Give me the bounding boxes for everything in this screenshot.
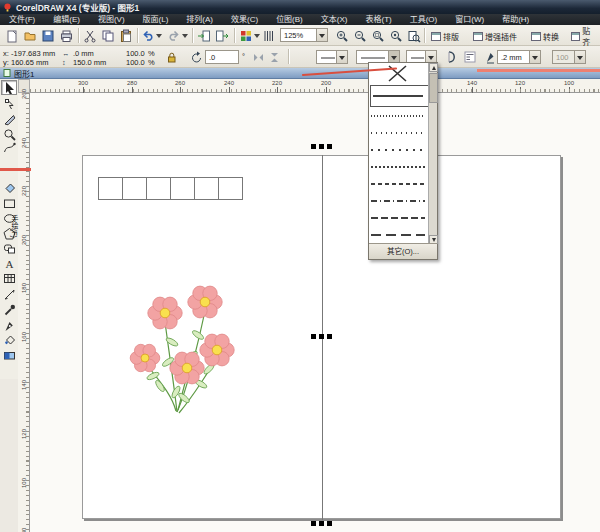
menu-item[interactable]: 位图(B) (267, 14, 312, 25)
selection-handle[interactable] (319, 144, 324, 149)
line-style-option[interactable] (369, 141, 428, 158)
postal-code-box[interactable] (170, 177, 195, 200)
dimension-tool[interactable] (1, 287, 17, 302)
line-style-option[interactable] (369, 209, 428, 226)
x-position-value[interactable]: -197.683 mm (11, 49, 55, 58)
nudge-offset-combo[interactable]: 100 (552, 50, 586, 64)
scale-x-value[interactable]: 100.0 (126, 49, 145, 58)
dropdown-scrollbar[interactable] (428, 63, 437, 244)
flower-artwork[interactable] (116, 280, 244, 420)
nudge-offset-spinner[interactable] (574, 51, 585, 63)
selection-handle[interactable] (327, 334, 332, 339)
welcome-screen-button[interactable] (261, 28, 277, 44)
smart-fill-tool[interactable] (1, 180, 17, 195)
rectangle-tool[interactable] (1, 196, 17, 211)
layout-plugin-button[interactable]: 排版 (428, 28, 462, 44)
start-arrowhead-dropdown[interactable] (336, 51, 347, 63)
application-launcher-button[interactable] (238, 28, 254, 44)
close-curve-icon[interactable] (445, 50, 459, 64)
line-style-option[interactable] (369, 192, 428, 209)
menu-item[interactable]: 编辑(E) (44, 14, 89, 25)
zoom-in-tool-button[interactable] (334, 28, 350, 44)
line-style-solid-option[interactable] (370, 85, 429, 107)
undo-dropdown-caret[interactable] (156, 34, 162, 38)
mirror-vertical-icon[interactable] (268, 51, 281, 64)
copy-button[interactable] (100, 28, 116, 44)
lock-ratio-icon[interactable] (165, 51, 178, 64)
wrap-text-icon[interactable] (463, 50, 477, 64)
menu-item[interactable]: 版面(L) (134, 14, 178, 25)
interactive-fill-tool[interactable] (1, 348, 17, 363)
selection-handle[interactable] (311, 144, 316, 149)
menu-item[interactable]: 表格(T) (356, 14, 400, 25)
new-document-button[interactable] (4, 28, 20, 44)
postal-code-box[interactable] (146, 177, 171, 200)
export-button[interactable] (214, 28, 230, 44)
selection-handle[interactable] (311, 521, 316, 526)
selection-handle[interactable] (319, 521, 324, 526)
zoom-combo-dropdown[interactable] (316, 29, 327, 41)
postal-code-box[interactable] (218, 177, 243, 200)
table-tool[interactable] (1, 271, 17, 286)
menu-item[interactable]: 视图(V) (89, 14, 134, 25)
import-button[interactable] (196, 28, 212, 44)
redo-button[interactable] (166, 28, 182, 44)
print-button[interactable] (58, 28, 74, 44)
freehand-tool[interactable] (1, 140, 17, 155)
outline-width-dropdown[interactable] (529, 51, 540, 63)
basic-shapes-tool[interactable] (1, 241, 17, 256)
selection-handle[interactable] (327, 521, 332, 526)
paste-button[interactable] (118, 28, 134, 44)
menu-item[interactable]: 文本(X) (312, 14, 357, 25)
redo-dropdown-caret[interactable] (182, 34, 188, 38)
postal-code-box[interactable] (122, 177, 147, 200)
line-style-option[interactable] (369, 175, 428, 192)
zoom-to-page-button[interactable] (406, 28, 422, 44)
zoom-all-objects-button[interactable] (388, 28, 404, 44)
object-height-value[interactable]: 150.0 mm (73, 58, 106, 67)
selection-handle[interactable] (319, 334, 324, 339)
mirror-horizontal-icon[interactable] (252, 51, 265, 64)
menu-item[interactable]: 文件(F) (0, 14, 44, 25)
enhanced-plugin-button[interactable]: 增强插件 (470, 28, 520, 44)
undo-button[interactable] (140, 28, 156, 44)
menu-item[interactable]: 排列(A) (177, 14, 222, 25)
rotation-angle-input[interactable]: .0 (205, 50, 239, 64)
selection-handle[interactable] (327, 144, 332, 149)
y-position-value[interactable]: 160.65 mm (11, 58, 49, 67)
menu-item[interactable]: 效果(C) (222, 14, 267, 25)
other-styles-button[interactable]: 其它(O)... (369, 243, 437, 259)
open-button[interactable] (22, 28, 38, 44)
zoom-out-tool-button[interactable] (352, 28, 368, 44)
zoom-level-combo[interactable]: 125% (280, 28, 328, 42)
scale-y-value[interactable]: 100.0 (126, 58, 145, 67)
crop-tool[interactable] (1, 112, 17, 127)
pick-tool[interactable] (1, 80, 17, 95)
text-tool[interactable]: A (1, 256, 17, 271)
fill-tool[interactable] (1, 333, 17, 348)
menu-item[interactable]: 窗口(W) (446, 14, 493, 25)
document-tab-label[interactable]: 图形1 (14, 68, 34, 79)
postal-code-box[interactable] (194, 177, 219, 200)
line-style-option[interactable] (369, 226, 428, 243)
postal-code-box[interactable] (98, 177, 123, 200)
selection-handle[interactable] (311, 334, 316, 339)
convert-plugin-button[interactable]: 转换 (528, 28, 562, 44)
menu-item[interactable]: 帮助(H) (493, 14, 538, 25)
save-button[interactable] (40, 28, 56, 44)
start-arrowhead-combo[interactable] (316, 50, 348, 64)
line-style-option[interactable] (369, 158, 428, 175)
scroll-up-arrow[interactable] (429, 63, 438, 72)
shape-tool[interactable] (1, 96, 17, 111)
line-style-none-option[interactable] (369, 63, 428, 85)
menu-item[interactable]: 工具(O) (401, 14, 447, 25)
outline-pen-tool[interactable] (1, 318, 17, 333)
snap-plugin-button[interactable]: 贴齐 (568, 28, 600, 44)
zoom-selected-button[interactable] (370, 28, 386, 44)
scrollbar-thumb[interactable] (429, 73, 438, 103)
eyedropper-tool[interactable] (1, 302, 17, 317)
launcher-dropdown-caret[interactable] (254, 34, 260, 38)
line-style-option[interactable] (369, 124, 428, 141)
object-width-value[interactable]: .0 mm (73, 49, 94, 58)
cut-button[interactable] (82, 28, 98, 44)
